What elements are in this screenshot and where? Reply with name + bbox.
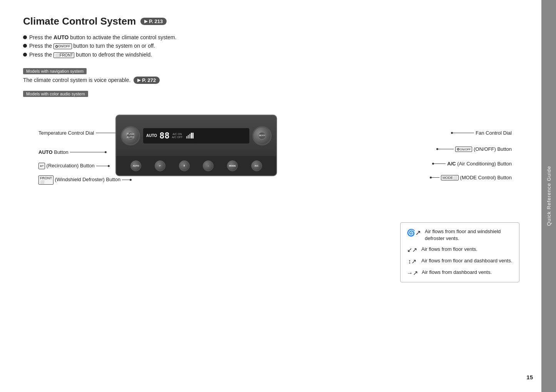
dial-label-fan: ✿OFF [259, 134, 265, 137]
btn-4[interactable]: ☼ [203, 160, 214, 171]
page-ref-badge: P. 213 [140, 18, 167, 25]
btn-3-label: ⬆ [183, 164, 185, 167]
auto-bottom-btn-label: AUTO [133, 165, 139, 167]
btn-2-label: ↩ [159, 164, 161, 167]
fan-dial[interactable]: ✿OFF [252, 126, 272, 145]
bullet-text-2: Press the ✿ON/OFF button to turn the sys… [29, 43, 155, 49]
display-ac-on: A/C ON [172, 133, 182, 135]
airflow-row-3: ↕↗ Air flows from floor and dashboard ve… [407, 257, 513, 265]
voice-ref-badge: P. 272 [134, 77, 160, 84]
bullet-item-3: Press the ⬜FRONT button to defrost the w… [23, 52, 531, 58]
bullet-dot-2 [23, 44, 27, 48]
airflow-row-4: →↗ Air flows from dashboard vents. [407, 269, 513, 277]
dial-inner-temp: PUSHAUTO [127, 132, 134, 140]
btn-mode-label: MODE [229, 165, 236, 167]
sidebar-label: Quick Reference Guide [546, 166, 552, 226]
fan-dial-callout: Fan Control Dial [451, 130, 512, 136]
voice-ref-text: P. 272 [142, 77, 156, 83]
color-audio-model-label: Models with color audio system [23, 88, 531, 99]
panel-bottom: AUTO ↩ ⬆ ☼ MODE A/C [116, 156, 276, 175]
bullet-text-3: Press the ⬜FRONT button to defrost the w… [29, 52, 152, 58]
airflow-text-4: Air flows from dashboard vents. [422, 269, 492, 276]
onoff-callout-icon: ✿ON/OFF [455, 147, 472, 152]
model-label-color: Models with color audio system [23, 91, 88, 97]
auto-btn-callout: AUTO Button [38, 149, 107, 155]
model-label-nav: Models with navigation system [23, 68, 87, 74]
recirc-icon: ↩ [38, 163, 45, 169]
bullet-dot-1 [23, 35, 27, 39]
auto-bottom-btn[interactable]: AUTO [130, 160, 141, 171]
recirc-btn-callout: ↩ (Recirculation) Button [38, 163, 110, 169]
airflow-text-1: Air flows from floor and windshield defr… [425, 228, 513, 242]
recirc-btn-label: ↩ (Recirculation) Button [38, 163, 95, 169]
sidebar: Quick Reference Guide [541, 0, 556, 392]
dial-inner-fan: ✿OFF [258, 132, 266, 140]
airflow-icon-4: →↗ [407, 269, 418, 277]
ac-btn-callout: A/C (Air Conditioning) Button [432, 161, 512, 167]
btn-4-label: ☼ [207, 165, 210, 167]
onoff-btn-callout: ✿ON/OFF (ON/OFF) Button [436, 146, 512, 152]
onoff-inline-icon: ✿ON/OFF [53, 43, 72, 49]
page-number: 15 [526, 374, 533, 380]
page-title-row: Climate Control System P. 213 [23, 15, 531, 27]
diagram-section: Temperature Control Dial AUTO Button ↩ (… [23, 103, 531, 319]
ac-btn-label: A/C (Air Conditioning) Button [447, 161, 512, 167]
bullet-item-2: Press the ✿ON/OFF button to turn the sys… [23, 43, 531, 49]
defrost-inline-icon: ⬜FRONT [53, 52, 74, 58]
dial-label-push: PUSHAUTO [127, 133, 134, 138]
control-panel: PUSHAUTO AUTO 88 A/C ON A/C OFF [115, 115, 277, 176]
btn-ac[interactable]: A/C [251, 160, 262, 171]
btn-ac-label: A/C [254, 165, 258, 167]
display-temp-text: 88 [159, 131, 170, 140]
fan-bars [186, 133, 194, 138]
btn-2[interactable]: ↩ [155, 160, 165, 171]
mode-btn-callout: MODE⬜ (MODE Control) Button [430, 175, 512, 181]
airflow-icon-3: ↕↗ [407, 258, 417, 265]
airflow-icon-1: 🌀↗ [407, 229, 421, 237]
display-ac-off: A/C OFF [172, 136, 183, 138]
btn-3[interactable]: ⬆ [179, 160, 190, 171]
airflow-row-2: ↙↗ Air flows from floor vents. [407, 246, 513, 254]
display-icons: A/C ON A/C OFF [172, 133, 183, 138]
bullet-list: Press the AUTO button to activate the cl… [23, 34, 531, 58]
airflow-text-2: Air flows from floor vents. [421, 246, 478, 253]
airflow-row-1: 🌀↗ Air flows from floor and windshield d… [407, 228, 513, 242]
climate-display: AUTO 88 A/C ON A/C OFF [143, 128, 249, 143]
airflow-box: 🌀↗ Air flows from floor and windshield d… [400, 222, 519, 282]
temp-dial-label: Temperature Control Dial [38, 130, 94, 136]
panel-top: PUSHAUTO AUTO 88 A/C ON A/C OFF [116, 115, 276, 156]
bullet-text-1: Press the AUTO button to activate the cl… [29, 34, 177, 40]
airflow-icon-2: ↙↗ [407, 246, 417, 254]
voice-text: The climate control system is voice oper… [23, 77, 130, 83]
voice-line: The climate control system is voice oper… [23, 77, 531, 84]
airflow-text-3: Air flows from floor and dashboard vents… [421, 257, 512, 264]
onoff-btn-label: ✿ON/OFF (ON/OFF) Button [455, 146, 512, 152]
btn-mode[interactable]: MODE [227, 160, 238, 171]
temperature-dial[interactable]: PUSHAUTO [121, 126, 140, 145]
temp-dial-callout: Temperature Control Dial [38, 130, 121, 136]
bullet-item-1: Press the AUTO button to activate the cl… [23, 34, 531, 40]
main-content: Climate Control System P. 213 Press the … [23, 15, 531, 319]
bullet-dot-3 [23, 53, 27, 57]
display-auto-text: AUTO [146, 133, 157, 138]
defrost-callout-icon: FRONT⬜ [38, 175, 53, 185]
defrost-btn-label: FRONT⬜ (Windshield Defroster) Button [38, 175, 120, 185]
page-ref-text: P. 213 [149, 18, 163, 24]
nav-model-label: Models with navigation system [23, 65, 531, 77]
page-title: Climate Control System [23, 15, 136, 27]
mode-btn-label: MODE⬜ (MODE Control) Button [441, 175, 512, 181]
defrost-btn-callout: FRONT⬜ (Windshield Defroster) Button [38, 175, 132, 185]
mode-callout-icon: MODE⬜ [441, 175, 459, 180]
auto-btn-label: AUTO Button [38, 149, 68, 155]
fan-dial-label: Fan Control Dial [476, 130, 512, 136]
